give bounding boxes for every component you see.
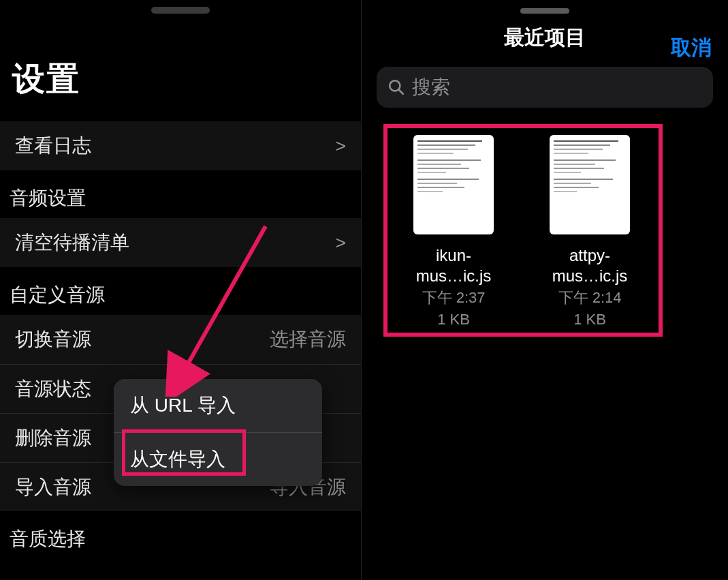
file-time: 下午 2:14 <box>536 288 644 308</box>
group-title-audio: 音频设置 <box>0 170 361 218</box>
search-placeholder: 搜索 <box>412 74 450 100</box>
row-label: 删除音源 <box>15 425 91 451</box>
file-name: ikun- mus…ic.js <box>400 245 507 286</box>
picker-title: 最近项目 <box>504 24 586 52</box>
search-icon <box>387 78 405 96</box>
popup-item-file[interactable]: 从文件导入 <box>114 433 322 486</box>
file-name: attpy- mus…ic.js <box>536 245 644 286</box>
file-thumbnail-icon <box>550 135 630 234</box>
settings-panel: 设置 查看日志 > 音频设置 清空待播清单 > 自定义音源 切换音源 选择音源 … <box>0 0 361 580</box>
popup-item-url[interactable]: 从 URL 导入 <box>114 379 322 433</box>
file-size: 1 KB <box>400 309 507 330</box>
file-size: 1 KB <box>536 309 644 330</box>
page-title: 设置 <box>0 0 361 121</box>
import-popup: 从 URL 导入 从文件导入 <box>114 379 322 486</box>
row-label: 音源状态 <box>15 376 91 402</box>
drag-handle[interactable] <box>151 7 210 14</box>
row-clear-queue[interactable]: 清空待播清单 > <box>0 218 361 267</box>
file-picker-panel: 最近项目 取消 搜索 ikun- <box>361 0 728 580</box>
search-input[interactable]: 搜索 <box>377 67 713 108</box>
chevron-right-icon: > <box>336 232 346 254</box>
row-label: 查看日志 <box>15 133 91 159</box>
cancel-button[interactable]: 取消 <box>671 34 712 62</box>
row-view-log[interactable]: 查看日志 > <box>0 121 361 170</box>
svg-line-1 <box>398 89 402 93</box>
row-label: 切换音源 <box>15 326 91 352</box>
picker-header: 最近项目 取消 <box>362 0 728 61</box>
group-title-custom-source: 自定义音源 <box>0 267 361 315</box>
file-time: 下午 2:37 <box>400 288 507 308</box>
file-item[interactable]: ikun- mus…ic.js 下午 2:37 1 KB <box>400 135 507 329</box>
file-grid: ikun- mus…ic.js 下午 2:37 1 KB attpy- mus…… <box>362 120 728 344</box>
row-value: 选择音源 <box>270 326 346 352</box>
file-item[interactable]: attpy- mus…ic.js 下午 2:14 1 KB <box>536 135 644 329</box>
file-thumbnail-icon <box>413 135 494 234</box>
group-title-quality: 音质选择 <box>0 511 361 559</box>
row-switch-source[interactable]: 切换音源 选择音源 <box>0 315 361 364</box>
row-label: 导入音源 <box>15 474 91 500</box>
chevron-right-icon: > <box>336 136 346 157</box>
row-label: 清空待播清单 <box>15 230 129 256</box>
